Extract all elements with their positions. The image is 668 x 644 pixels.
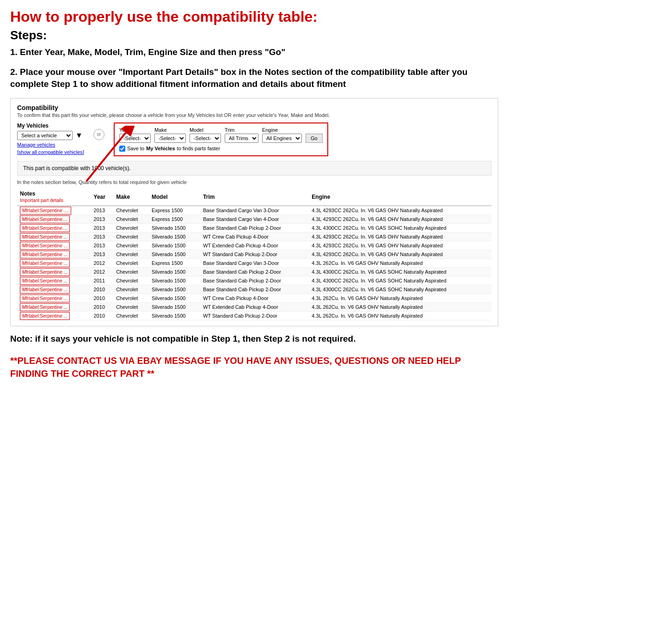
cell-year: 2013: [91, 232, 114, 241]
cell-make: Chevrolet: [113, 294, 149, 302]
save-vehicles-checkbox[interactable]: [119, 146, 125, 152]
show-all-compatible-link[interactable]: [show all compatible vehicles]: [17, 149, 84, 155]
cell-year: 2010: [91, 311, 114, 320]
table-row: Mfrlabel:Serpentine ...2010ChevroletSilv…: [17, 294, 491, 302]
cell-trim: Base Standard Cargo Van 3-Door: [200, 258, 309, 267]
my-vehicles-select-row: Select a vehicle ▼: [17, 131, 84, 140]
cell-model: Silverado 1500: [149, 250, 200, 258]
main-title: How to properly use the compatibility ta…: [10, 8, 498, 25]
quantity-note: In the notes section below, Quantity ref…: [17, 179, 491, 185]
cell-engine: 4.3L 4300CC 262Cu. In. V6 GAS SOHC Natur…: [309, 276, 491, 285]
col-notes: Notes Important part details: [17, 189, 91, 206]
model-select[interactable]: -Select-: [190, 134, 221, 143]
cell-notes: Mfrlabel:Serpentine ...: [17, 258, 91, 267]
cell-notes: Mfrlabel:Serpentine ...: [17, 285, 91, 294]
cell-notes: Mfrlabel:Serpentine....: [17, 223, 91, 232]
vehicles-form-row: My Vehicles Select a vehicle ▼ Manage ve…: [17, 123, 491, 156]
cell-make: Chevrolet: [113, 285, 149, 294]
cell-model: Express 1500: [149, 206, 200, 215]
manage-vehicles-link[interactable]: Manage vehicles: [17, 142, 84, 147]
compatibility-section: Compatibility To confirm that this part …: [10, 98, 498, 326]
year-select[interactable]: -Select-: [119, 134, 151, 143]
cell-notes: Mfrlabel:Serpentine ...: [17, 250, 91, 258]
cell-make: Chevrolet: [113, 276, 149, 285]
cell-year: 2011: [91, 276, 114, 285]
cell-make: Chevrolet: [113, 215, 149, 223]
table-row: Mfrlabel:Serpentine ...2013ChevroletSilv…: [17, 241, 491, 250]
cell-year: 2012: [91, 258, 114, 267]
notes-header-label: Notes: [20, 190, 35, 197]
notes-sub-label: Important part details: [20, 198, 63, 203]
cell-model: Silverado 1500: [149, 267, 200, 276]
cell-notes: Mfrlabel:Serpentine ...: [17, 311, 91, 320]
cell-engine: 4.3L 262Cu. In. V6 GAS OHV Naturally Asp…: [309, 302, 491, 311]
cell-model: Silverado 1500: [149, 241, 200, 250]
make-label: Make: [154, 127, 186, 133]
model-field: Model -Select-: [190, 127, 221, 143]
cell-trim: Base Standard Cab Pickup 2-Door: [200, 267, 309, 276]
compatibility-wrapper: Compatibility To confirm that this part …: [10, 98, 498, 326]
trim-label: Trim: [225, 127, 258, 133]
my-vehicles-panel: My Vehicles Select a vehicle ▼ Manage ve…: [17, 123, 84, 155]
cell-make: Chevrolet: [113, 232, 149, 241]
cell-make: Chevrolet: [113, 258, 149, 267]
cell-notes: Mfrlabel:Serpentine ...: [17, 241, 91, 250]
cell-model: Express 1500: [149, 258, 200, 267]
cell-make: Chevrolet: [113, 206, 149, 215]
note-text: Note: if it says your vehicle is not com…: [10, 333, 498, 345]
table-body: Mfrlabel:Serpentine ....2013ChevroletExp…: [17, 206, 491, 320]
cell-trim: WT Extended Cab Pickup 4-Door: [200, 302, 309, 311]
cell-notes: Mfrlabel:Serpentine ...: [17, 232, 91, 241]
cell-make: Chevrolet: [113, 250, 149, 258]
cell-notes: Mfrlabel:Serpentine ...: [17, 294, 91, 302]
make-field: Make -Select-: [154, 127, 186, 143]
cell-notes: Mfrlabel:Serpentine ...: [17, 276, 91, 285]
table-header-row: Notes Important part details Year Make M…: [17, 189, 491, 206]
cell-engine: 4.3L 4300CC 262Cu. In. V6 GAS SOHC Natur…: [309, 223, 491, 232]
trim-field: Trim All Trims: [225, 127, 258, 143]
cell-year: 2010: [91, 285, 114, 294]
cell-year: 2013: [91, 223, 114, 232]
compat-subtitle: To confirm that this part fits your vehi…: [17, 112, 491, 118]
cell-make: Chevrolet: [113, 223, 149, 232]
cell-trim: WT Standard Cab Pickup 2-Door: [200, 311, 309, 320]
cell-year: 2013: [91, 241, 114, 250]
col-engine: Engine: [309, 189, 491, 206]
year-field: Year -Select-: [119, 127, 151, 143]
cell-notes: Mfrlabel:Serpentine ....: [17, 206, 91, 215]
cell-make: Chevrolet: [113, 311, 149, 320]
save-text-suffix: to finds parts faster: [177, 146, 221, 151]
cell-make: Chevrolet: [113, 241, 149, 250]
cell-make: Chevrolet: [113, 302, 149, 311]
make-select[interactable]: -Select-: [154, 134, 186, 143]
compatible-notice: This part is compatible with 1000 vehicl…: [17, 161, 491, 176]
my-vehicles-select[interactable]: Select a vehicle: [17, 131, 73, 140]
trim-select[interactable]: All Trims: [225, 134, 258, 143]
cell-model: Silverado 1500: [149, 285, 200, 294]
steps-label: Steps:: [10, 28, 498, 43]
cell-trim: Base Standard Cab Pickup 2-Door: [200, 276, 309, 285]
cell-engine: 4.3L 4293CC 262Cu. In. V6 GAS OHV Natura…: [309, 250, 491, 258]
or-separator: or: [93, 129, 104, 140]
step-1-text: 1. Enter Year, Make, Model, Trim, Engine…: [10, 46, 498, 59]
cell-engine: 4.3L 262Cu. In. V6 GAS OHV Naturally Asp…: [309, 294, 491, 302]
table-row: Mfrlabel:Serpentine ....2013ChevroletExp…: [17, 206, 491, 215]
cell-model: Silverado 1500: [149, 294, 200, 302]
cell-model: Silverado 1500: [149, 232, 200, 241]
dropdown-arrow-icon: ▼: [75, 131, 83, 140]
table-row: Mfrlabel:Serpentine ...2012ChevroletSilv…: [17, 267, 491, 276]
save-checkbox-row: Save to My Vehicles to finds parts faste…: [119, 146, 323, 152]
table-row: Mfrlabel:Serpentine....2013ChevroletExpr…: [17, 215, 491, 223]
table-row: Mfrlabel:Serpentine ...2010ChevroletSilv…: [17, 285, 491, 294]
engine-label: Engine: [262, 127, 302, 133]
compatibility-table: Notes Important part details Year Make M…: [17, 189, 491, 320]
engine-select[interactable]: All Engines: [262, 134, 302, 143]
table-row: Mfrlabel:Serpentine....2013ChevroletSilv…: [17, 223, 491, 232]
table-row: Mfrlabel:Serpentine ...2013ChevroletSilv…: [17, 250, 491, 258]
table-row: Mfrlabel:Serpentine ...2012ChevroletExpr…: [17, 258, 491, 267]
go-button[interactable]: Go: [306, 134, 323, 143]
cell-trim: WT Extended Cab Pickup 4-Door: [200, 241, 309, 250]
contact-text: **PLEASE CONTACT US VIA EBAY MESSAGE IF …: [10, 354, 498, 380]
table-row: Mfrlabel:Serpentine ...2010ChevroletSilv…: [17, 311, 491, 320]
col-model: Model: [149, 189, 200, 206]
